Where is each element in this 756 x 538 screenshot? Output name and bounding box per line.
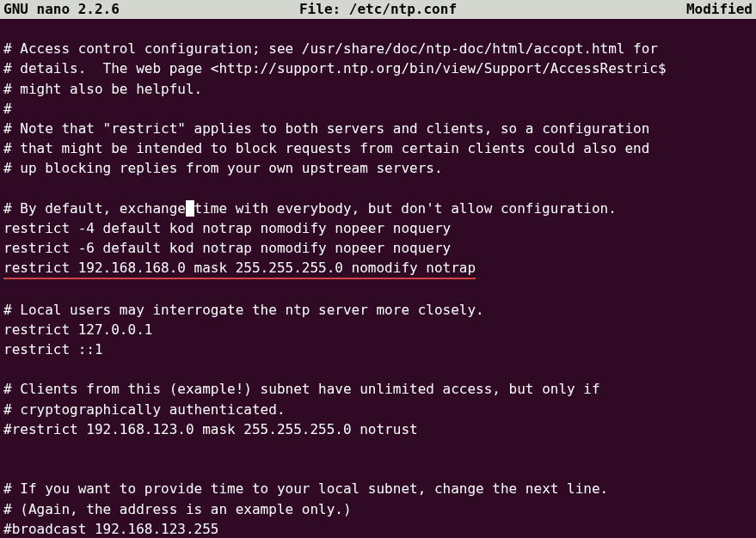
editor-line [3, 179, 753, 199]
editor-line: # If you want to provide time to your lo… [3, 479, 753, 498]
editor-line: # Clients from this (example!) subnet ha… [3, 379, 753, 399]
editor-line: # Note that "restrict" applies to both s… [3, 119, 753, 138]
editor-line: #broadcast 192.168.123.255 [3, 519, 753, 538]
app-name: GNU nano 2.2.6 [3, 0, 120, 20]
editor-content[interactable]: # Access control configuration; see /usr… [0, 19, 756, 538]
editor-line: restrict -6 default kod notrap nomodify … [3, 238, 753, 258]
modified-status: Modified [686, 0, 753, 20]
editor-line: # By default, exchange time with everybo… [3, 199, 753, 218]
editor-line: # cryptographically authenticated. [3, 400, 753, 419]
editor-line [3, 459, 753, 479]
editor-line: # that might be intended to block reques… [3, 138, 753, 158]
file-path: File: /etc/ntp.conf [299, 0, 457, 20]
editor-line: # details. The web page <http://support.… [3, 58, 753, 78]
editor-line: restrict ::1 [3, 339, 753, 359]
editor-line [3, 279, 753, 299]
text-cursor [186, 200, 194, 217]
text-before-cursor: # By default, exchange [3, 200, 186, 217]
editor-line [3, 439, 753, 459]
editor-line: restrict 192.168.168.0 mask 255.255.255.… [3, 258, 753, 279]
editor-line: #restrict 192.168.123.0 mask 255.255.255… [3, 419, 753, 439]
editor-line: # might also be helpful. [3, 79, 753, 99]
highlighted-config-line: restrict 192.168.168.0 mask 255.255.255.… [3, 258, 476, 279]
editor-line: # Access control configuration; see /usr… [3, 39, 753, 58]
editor-line: # [3, 99, 753, 119]
text-after-cursor: time with everybody, but don't allow con… [194, 200, 617, 217]
editor-line: # Local users may interrogate the ntp se… [3, 300, 753, 320]
nano-title-bar: GNU nano 2.2.6 File: /etc/ntp.conf Modif… [0, 0, 756, 19]
editor-line: restrict -4 default kod notrap nomodify … [3, 218, 753, 238]
editor-line [3, 359, 753, 379]
editor-line: # (Again, the address is an example only… [3, 499, 753, 519]
editor-line: # up blocking replies from your own upst… [3, 158, 753, 178]
editor-line: restrict 127.0.0.1 [3, 320, 753, 339]
editor-line [3, 19, 753, 39]
